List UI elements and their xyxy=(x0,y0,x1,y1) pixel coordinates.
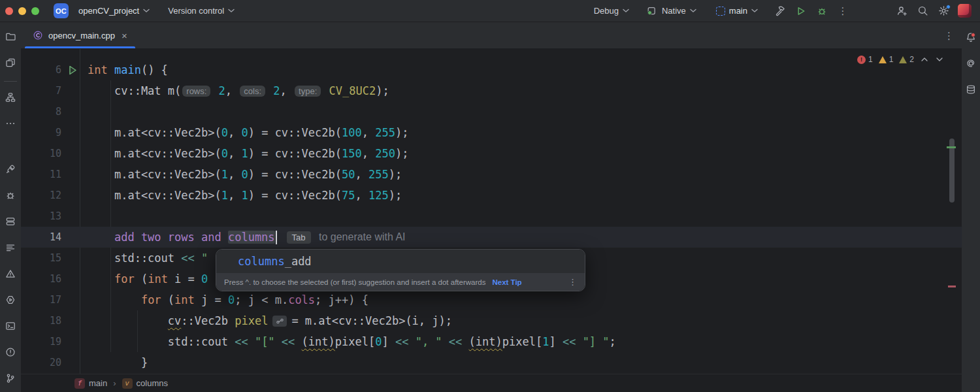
run-config-selector[interactable]: main xyxy=(712,3,762,18)
user-avatar[interactable] xyxy=(955,3,973,20)
build-type-selector[interactable]: Debug xyxy=(590,3,633,18)
completion-popup: columns_add Press ^. to choose the selec… xyxy=(216,249,585,291)
tab-options-button[interactable]: ⋮ xyxy=(936,31,962,41)
code-line-12[interactable]: 12 m.at<cv::Vec2b>(1, 1) = cv::Vec2b(75,… xyxy=(21,185,962,206)
close-window-button[interactable] xyxy=(5,7,13,15)
notification-dot xyxy=(946,5,951,9)
inspections-widget[interactable]: ! 1 1 2 xyxy=(857,55,944,64)
hammer-icon xyxy=(775,5,786,16)
code-token: rows: xyxy=(182,86,210,97)
code-token: m.at<cv::Vec2b>( xyxy=(88,189,221,202)
code-line-7[interactable]: 7 cv::Mat m(rows: 2, cols: 2, type: CV_8… xyxy=(21,80,962,101)
weak-warning-icon xyxy=(899,56,907,63)
code-line-9[interactable]: 9 m.at<cv::Vec2b>(0, 0) = cv::Vec2b(100,… xyxy=(21,122,962,143)
search-everywhere-button[interactable] xyxy=(913,3,932,20)
code-line-19[interactable]: 19 std::cout << "[" << (int)pixel[0] << … xyxy=(21,331,962,352)
vcs-selector[interactable]: Version control xyxy=(164,3,238,18)
variable-icon: v xyxy=(122,378,133,389)
breadcrumb-separator: › xyxy=(113,378,116,388)
popup-hint-text: Press ^. to choose the selected (or firs… xyxy=(224,278,485,286)
zoom-window-button[interactable] xyxy=(31,7,39,15)
inspections-button[interactable] xyxy=(1,265,20,283)
problems-button[interactable] xyxy=(1,343,20,361)
code-token: (int) xyxy=(302,335,335,348)
next-tip-link[interactable]: Next Tip xyxy=(492,278,521,286)
code-line-11[interactable]: 11 m.at<cv::Vec2b>(1, 0) = cv::Vec2b(50,… xyxy=(21,164,962,185)
warning-triangle-icon xyxy=(5,269,16,279)
services-button[interactable] xyxy=(1,212,20,231)
previous-problem-button[interactable] xyxy=(920,57,929,62)
build-button[interactable] xyxy=(771,3,789,20)
error-marker[interactable] xyxy=(948,286,956,287)
run-button[interactable] xyxy=(792,3,810,20)
settings-button[interactable] xyxy=(934,3,953,20)
debug-button[interactable] xyxy=(813,3,831,20)
tab-opencv-main-cpp[interactable]: opencv_main.cpp × xyxy=(25,22,135,48)
code-token: , xyxy=(362,126,375,139)
structure-button[interactable] xyxy=(1,88,20,106)
code-token: ( xyxy=(141,272,148,286)
code-token: 0 xyxy=(221,147,228,160)
popup-menu-button[interactable]: ⋮ xyxy=(568,278,577,286)
person-add-icon xyxy=(896,5,907,16)
code-line-20[interactable]: 20 } xyxy=(21,352,962,373)
code-token: ; j++) { xyxy=(315,293,368,306)
more-actions-button[interactable]: ⋮ xyxy=(834,3,852,20)
project-badge: OC xyxy=(54,3,69,18)
database-button[interactable] xyxy=(963,82,979,97)
code-editor[interactable]: 6int main() {7 cv::Mat m(rows: 2, cols: … xyxy=(21,49,962,374)
code-token: << xyxy=(181,252,201,265)
code-token: 75 xyxy=(342,189,355,202)
code-token: columns xyxy=(228,231,275,244)
code-token: ); xyxy=(389,168,402,181)
code-line-13[interactable]: 13 xyxy=(21,206,962,227)
terminal-button[interactable] xyxy=(1,317,20,335)
debug-tool-button[interactable] xyxy=(1,186,20,204)
ai-assistant-button[interactable] xyxy=(963,56,979,71)
run-config-label: main xyxy=(729,6,747,16)
code-line-8[interactable]: 8 xyxy=(21,101,962,122)
breadcrumb-item-columns[interactable]: v columns xyxy=(122,378,168,389)
code-token: ) = cv::Vec2b( xyxy=(248,147,342,160)
code-token: 1 xyxy=(221,168,228,181)
code-token: << xyxy=(563,335,583,348)
code-with-me-button[interactable] xyxy=(892,3,911,20)
version-control-button[interactable] xyxy=(1,369,20,387)
code-line-10[interactable]: 10 m.at<cv::Vec2b>(0, 1) = cv::Vec2b(150… xyxy=(21,143,962,164)
breadcrumb-item-main[interactable]: f main xyxy=(74,378,107,389)
code-area[interactable]: 6int main() {7 cv::Mat m(rows: 2, cols: … xyxy=(21,49,962,373)
minimize-window-button[interactable] xyxy=(18,7,26,15)
code-token: 255 xyxy=(375,126,395,139)
editor-windows-button[interactable] xyxy=(1,54,20,72)
project-button[interactable] xyxy=(1,27,20,46)
run-config-icon xyxy=(716,7,725,16)
run-tool-button[interactable] xyxy=(1,291,20,309)
weak-warning-count[interactable]: 2 xyxy=(899,55,914,64)
code-token: "[" xyxy=(255,335,275,348)
notifications-button[interactable] xyxy=(963,29,979,45)
change-marker[interactable] xyxy=(947,146,956,148)
project-selector[interactable]: openCV_project xyxy=(74,3,154,18)
completion-suggestion[interactable]: columns_add xyxy=(216,250,585,273)
code-token: i = xyxy=(174,272,201,286)
run-gutter-icon[interactable] xyxy=(61,65,84,75)
code-text: std::cout << " xyxy=(84,252,208,265)
code-line-6[interactable]: 6int main() { xyxy=(21,59,962,80)
warning-count[interactable]: 1 xyxy=(879,55,894,64)
inlay-hint-icon[interactable] xyxy=(272,316,287,327)
code-token: 125 xyxy=(368,189,389,202)
error-count[interactable]: ! 1 xyxy=(857,55,873,64)
device-icon xyxy=(645,5,658,18)
code-text: } xyxy=(84,356,148,369)
todo-button[interactable] xyxy=(1,238,20,257)
code-line-18[interactable]: 18 cv::Vec2b pixel= m.at<cv::Vec2b>(i, j… xyxy=(21,310,962,331)
code-token: int xyxy=(148,272,174,286)
close-tab-icon[interactable]: × xyxy=(122,31,127,41)
code-line-14[interactable]: 14 add two rows and columnsTab to genera… xyxy=(21,227,962,248)
code-line-17[interactable]: 17 for (int j = 0; j < m.cols; j++) { xyxy=(21,289,962,310)
more-tool-windows-button[interactable] xyxy=(1,114,20,133)
toolchain-selector[interactable]: Native xyxy=(641,2,700,20)
line-number: 7 xyxy=(21,85,61,97)
next-problem-button[interactable] xyxy=(935,57,944,62)
plugins-button[interactable] xyxy=(1,160,20,178)
